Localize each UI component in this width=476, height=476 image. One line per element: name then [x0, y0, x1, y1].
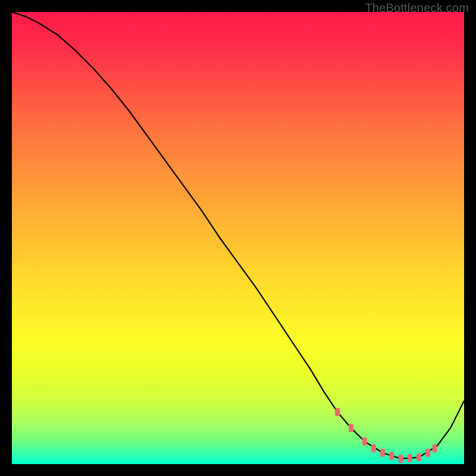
marker-dot [349, 424, 353, 432]
marker-dot [362, 437, 367, 446]
marker-dot [399, 455, 403, 463]
watermark-text: TheBottleneck.com [365, 1, 469, 15]
bottleneck-curve [12, 12, 464, 459]
marker-dot [416, 453, 421, 462]
marker-dot [371, 444, 376, 452]
marker-dot [425, 449, 430, 457]
plot-area [12, 12, 464, 464]
marker-dot [335, 408, 340, 416]
marker-dot [380, 449, 385, 457]
marker-dot [433, 444, 437, 452]
chart-svg [12, 12, 464, 464]
marker-dot [408, 454, 412, 462]
marker-dot [389, 452, 394, 460]
chart-container: TheBottleneck.com [0, 0, 476, 476]
highlight-markers [335, 408, 437, 463]
